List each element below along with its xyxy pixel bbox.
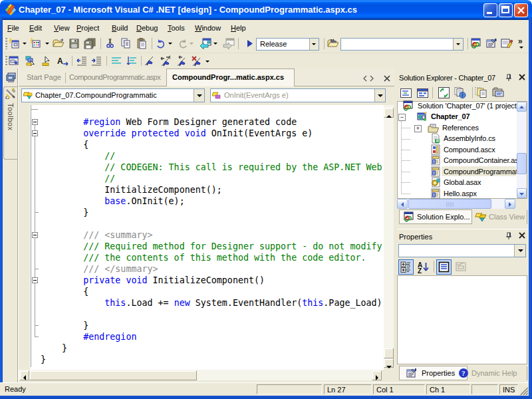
svg-text:Z: Z [418, 267, 422, 274]
svg-text:A: A [57, 57, 63, 66]
svg-text:?: ? [462, 369, 466, 377]
